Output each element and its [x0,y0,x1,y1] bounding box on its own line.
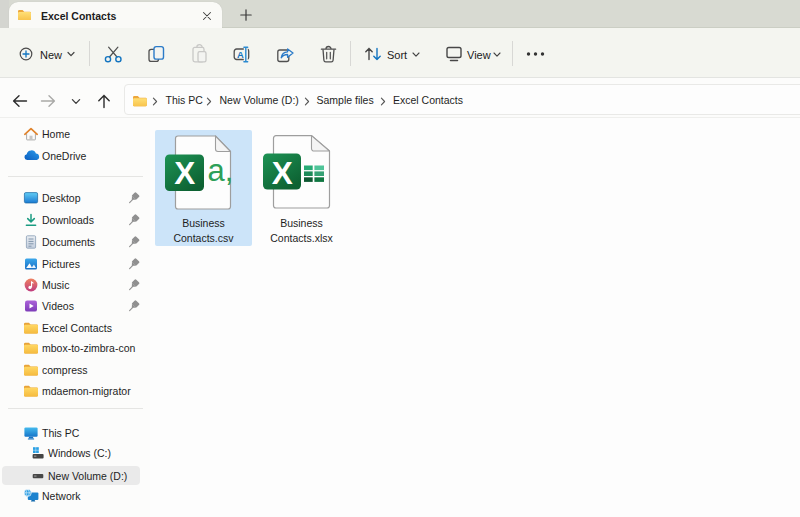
svg-text:A: A [237,48,244,59]
svg-text:X: X [272,155,293,191]
svg-text:X: X [174,155,195,191]
svg-text:a,: a, [208,153,234,188]
